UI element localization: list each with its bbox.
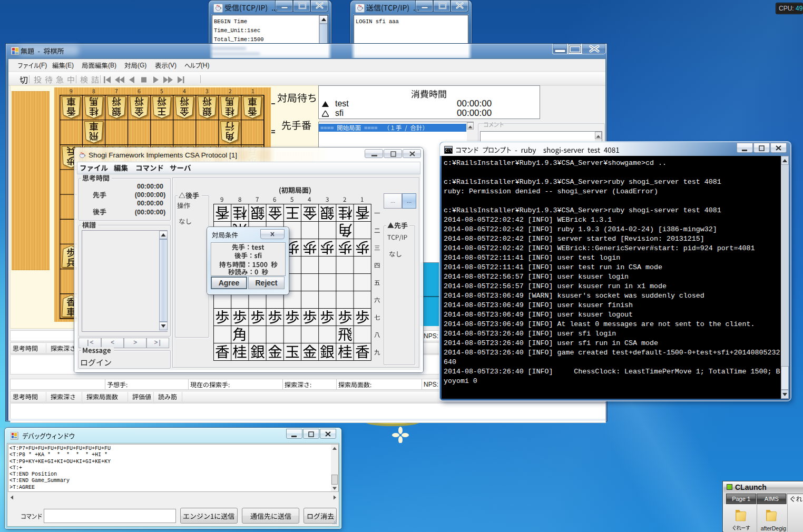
svg-text:C:\: C:\ [445, 149, 452, 153]
